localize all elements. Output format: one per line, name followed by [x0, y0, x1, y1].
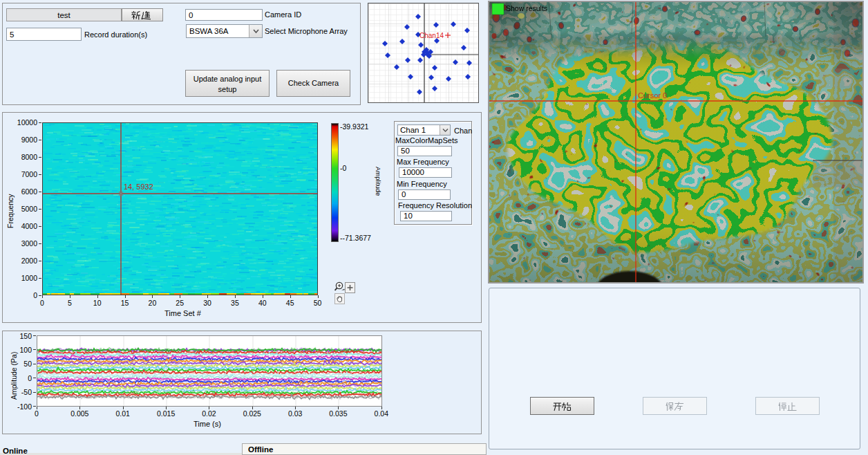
- svg-text:Show results: Show results: [506, 4, 547, 12]
- svg-text:Cursor 0: Cursor 0: [638, 91, 667, 100]
- svg-text:14, 5932: 14, 5932: [124, 183, 153, 191]
- svg-text:Chan14: Chan14: [419, 32, 444, 39]
